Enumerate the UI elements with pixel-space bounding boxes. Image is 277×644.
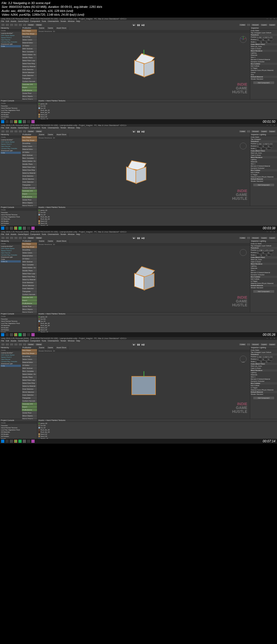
pb-item[interactable]: Generate UV2: [22, 83, 37, 86]
pb-item[interactable]: ProBuilderize: [22, 195, 37, 198]
open-asset-button[interactable]: Open in Asset: [251, 48, 261, 49]
pb-item[interactable]: Triangulate: [22, 397, 37, 400]
step-button[interactable]: ▶❚: [141, 24, 145, 26]
pb-item[interactable]: Smoothing: [22, 248, 37, 251]
asset-item[interactable]: Ice Dirt: [38, 211, 276, 214]
pb-item[interactable]: Smoothing: [22, 355, 37, 358]
scene-viewport[interactable]: INDIEGAMEHUSTLE: [37, 246, 250, 312]
pause-button[interactable]: ❚❚: [136, 24, 141, 26]
pb-item[interactable]: UV Editor: [22, 151, 37, 154]
scene-viewport[interactable]: INDIEGAMEHUSTLE: [37, 139, 250, 206]
pb-item[interactable]: Generate UV2: [22, 403, 37, 406]
menu-edit[interactable]: Edit: [6, 20, 9, 23]
object-name[interactable]: Cube (1): [251, 243, 257, 244]
rect-tool[interactable]: [18, 130, 22, 133]
orientation-gizmo[interactable]: [239, 35, 247, 44]
project-create[interactable]: Create: [1, 102, 6, 104]
layer-dropdown[interactable]: Default: [266, 32, 271, 34]
asset-item[interactable]: grass_02: [38, 422, 276, 424]
asset-item[interactable]: Sand_02: [38, 220, 276, 222]
task-icon[interactable]: [10, 120, 13, 123]
windows-taskbar[interactable]: [0, 226, 277, 231]
chrome-icon[interactable]: [14, 120, 17, 123]
probuilder-tab[interactable]: ProBuilder: [22, 27, 37, 29]
add-component-button[interactable]: Add Component: [253, 396, 275, 400]
pb-item[interactable]: Select Face Ring: [22, 169, 37, 172]
scale-tool[interactable]: [14, 130, 18, 133]
asset-item[interactable]: Roof_tile_02: [38, 429, 276, 431]
pb-item[interactable]: Handle: Plane: [22, 376, 37, 379]
pb-item[interactable]: Export: [22, 406, 37, 409]
rect-tool[interactable]: [18, 24, 22, 26]
scale-x[interactable]: 1: [255, 41, 260, 43]
asset-item[interactable]: Roof_tile_03: [38, 324, 276, 327]
pb-item[interactable]: Mirror Objects: [22, 201, 37, 204]
pb-item[interactable]: Invert Selection: [22, 181, 37, 184]
pb-item[interactable]: Smoothing: [22, 35, 37, 38]
pb-item[interactable]: Mirror Objects: [22, 414, 37, 417]
cube-object[interactable]: [133, 55, 154, 77]
pb-item[interactable]: Select by Material: [22, 65, 37, 68]
mesh-filter-component[interactable]: Cube (Mesh Filter): [250, 43, 277, 45]
pb-item[interactable]: Shift: Subtract: [22, 154, 37, 157]
pb-item[interactable]: ProBuilderize: [22, 409, 37, 411]
asset-item[interactable]: Tactics_01: [38, 331, 276, 332]
hier-item[interactable]: Input Source: [1, 39, 21, 41]
hier-item-selected[interactable]: Cube (1): [1, 260, 21, 263]
pb-item[interactable]: Vertex Colors: [22, 251, 37, 254]
scale-y[interactable]: 1: [261, 41, 266, 43]
scene-root[interactable]: Learnprobuilder*: [1, 32, 21, 34]
pb-item[interactable]: Grow Selection: [22, 175, 37, 178]
pb-item[interactable]: Select Face Ring: [22, 275, 37, 278]
pb-item[interactable]: Select Face Loop: [22, 59, 37, 62]
pb-item[interactable]: Handle: Plane: [22, 269, 37, 272]
pb-item[interactable]: Center Pivot: [22, 198, 37, 201]
is-trigger-toggle[interactable]: Is Trigger: [251, 67, 258, 69]
pb-item[interactable]: Grow Selection: [22, 68, 37, 71]
mat-size[interactable]: 1: [255, 57, 255, 58]
pb-item[interactable]: Shrink Selection: [22, 391, 37, 394]
shader-dropdown[interactable]: Standard: [256, 78, 263, 80]
edit-collider-button[interactable]: Edit Collider: [251, 65, 259, 67]
pb-item[interactable]: New Shape: [22, 136, 37, 139]
windows-taskbar[interactable]: [0, 119, 277, 124]
pb-item[interactable]: Select Face Loop: [22, 166, 37, 169]
menu-window[interactable]: Window: [68, 20, 74, 23]
pivot-center[interactable]: Center: [27, 24, 35, 26]
asset-item[interactable]: grass_02: [38, 316, 276, 318]
fav-item[interactable]: All Prefabs: [1, 116, 37, 118]
asset-item[interactable]: Sand_05: [38, 435, 276, 437]
hier-item-selected[interactable]: Cube: [1, 45, 21, 47]
pb-item[interactable]: Vertex Colors: [22, 358, 37, 361]
orientation-gizmo[interactable]: [239, 248, 247, 257]
pb-item[interactable]: Mirror Objects: [22, 95, 37, 98]
pb-item[interactable]: Select Hidden: On: [22, 373, 37, 376]
rot-z[interactable]: 0: [268, 39, 273, 41]
pb-item[interactable]: New Shape: [22, 243, 37, 245]
favorites-folder[interactable]: Favorites: [1, 105, 37, 107]
pb-item[interactable]: Generate UV2: [22, 296, 37, 299]
asset-item[interactable]: Roof_tile_03: [38, 111, 276, 114]
layout-dropdown[interactable]: Layout: [268, 24, 276, 26]
pb-item[interactable]: Rect: Complete: [22, 263, 37, 266]
pb-item[interactable]: Material Editor: [22, 41, 37, 44]
asset-item[interactable]: Sand_05: [38, 116, 276, 118]
pb-item[interactable]: Conform Normals: [22, 400, 37, 403]
pos-x[interactable]: 0.466: [257, 36, 262, 38]
asset-item[interactable]: Ice Dirt: [38, 424, 276, 427]
move-tool[interactable]: [5, 24, 9, 26]
asset-item[interactable]: Roof_tile_02: [38, 216, 276, 218]
asset-item[interactable]: Ice_02: [38, 427, 276, 429]
box-collider-component[interactable]: Box Collider: [250, 63, 277, 65]
menu-help[interactable]: Help: [76, 20, 80, 23]
transform-tool[interactable]: [23, 130, 27, 133]
pb-item[interactable]: Export: [22, 299, 37, 302]
cube-object[interactable]: [125, 162, 146, 183]
pb-item[interactable]: Material Editor: [22, 361, 37, 364]
menu-gameobject[interactable]: GameObject: [18, 20, 28, 23]
pb-new-shape[interactable]: New Shape: [22, 29, 37, 32]
asset-item[interactable]: Sand_02: [38, 114, 276, 116]
menu-file[interactable]: File: [1, 20, 4, 23]
pb-item[interactable]: Vertex Colors: [22, 145, 37, 148]
menu-terrain[interactable]: Terrain: [60, 20, 66, 23]
